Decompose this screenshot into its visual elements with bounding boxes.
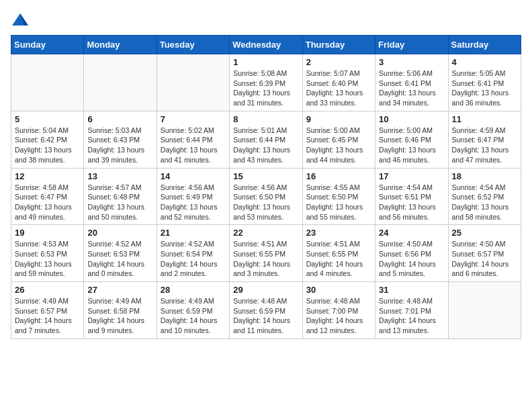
day-number: 15 [233,171,298,181]
day-info: Sunrise: 4:55 AM Sunset: 6:50 PM Dayligh… [306,183,371,222]
day-number: 2 [306,57,371,67]
day-info: Sunrise: 4:49 AM Sunset: 6:58 PM Dayligh… [87,296,152,336]
day-number: 8 [233,114,298,124]
day-info: Sunrise: 5:04 AM Sunset: 6:42 PM Dayligh… [15,126,80,165]
day-number: 28 [161,285,226,295]
calendar-week-row-3: 12Sunrise: 4:58 AM Sunset: 6:47 PM Dayli… [11,168,521,225]
day-number: 18 [452,171,517,181]
calendar-week-row-1: 1Sunrise: 5:08 AM Sunset: 6:39 PM Daylig… [11,54,521,111]
day-info: Sunrise: 4:49 AM Sunset: 6:57 PM Dayligh… [15,296,80,336]
calendar-cell [157,54,229,111]
calendar-cell: 13Sunrise: 4:57 AM Sunset: 6:48 PM Dayli… [84,168,157,225]
day-info: Sunrise: 4:54 AM Sunset: 6:51 PM Dayligh… [379,183,444,222]
day-info: Sunrise: 5:01 AM Sunset: 6:44 PM Dayligh… [233,126,298,165]
day-info: Sunrise: 5:05 AM Sunset: 6:41 PM Dayligh… [452,68,517,108]
weekday-header-monday: Monday [84,36,157,54]
day-info: Sunrise: 4:48 AM Sunset: 7:00 PM Dayligh… [306,296,371,336]
calendar-week-row-2: 5Sunrise: 5:04 AM Sunset: 6:42 PM Daylig… [11,111,521,168]
day-info: Sunrise: 4:51 AM Sunset: 6:55 PM Dayligh… [233,239,298,279]
calendar-cell: 22Sunrise: 4:51 AM Sunset: 6:55 PM Dayli… [230,225,302,282]
calendar-week-row-4: 19Sunrise: 4:53 AM Sunset: 6:53 PM Dayli… [11,225,521,282]
day-number: 25 [452,228,517,238]
calendar-cell: 4Sunrise: 5:05 AM Sunset: 6:41 PM Daylig… [448,54,521,111]
weekday-header-saturday: Saturday [448,36,521,54]
day-info: Sunrise: 4:56 AM Sunset: 6:49 PM Dayligh… [161,183,226,222]
calendar-cell: 18Sunrise: 4:54 AM Sunset: 6:52 PM Dayli… [448,168,521,225]
day-info: Sunrise: 4:56 AM Sunset: 6:50 PM Dayligh… [233,183,298,222]
day-number: 29 [233,285,298,295]
day-number: 21 [161,228,226,238]
day-info: Sunrise: 4:58 AM Sunset: 6:47 PM Dayligh… [15,183,80,222]
calendar-cell [84,54,157,111]
day-info: Sunrise: 4:54 AM Sunset: 6:52 PM Dayligh… [452,183,517,222]
logo [11,11,32,30]
day-info: Sunrise: 5:00 AM Sunset: 6:46 PM Dayligh… [379,126,444,165]
day-info: Sunrise: 4:50 AM Sunset: 6:57 PM Dayligh… [452,239,517,279]
day-info: Sunrise: 4:52 AM Sunset: 6:54 PM Dayligh… [161,239,226,279]
weekday-header-thursday: Thursday [302,36,375,54]
day-info: Sunrise: 5:08 AM Sunset: 6:39 PM Dayligh… [233,68,298,108]
calendar-cell: 27Sunrise: 4:49 AM Sunset: 6:58 PM Dayli… [84,282,157,339]
calendar-cell: 8Sunrise: 5:01 AM Sunset: 6:44 PM Daylig… [230,111,302,168]
day-info: Sunrise: 5:03 AM Sunset: 6:43 PM Dayligh… [87,126,152,165]
day-number: 27 [87,285,152,295]
day-info: Sunrise: 5:07 AM Sunset: 6:40 PM Dayligh… [306,68,371,108]
calendar-table: SundayMondayTuesdayWednesdayThursdayFrid… [11,35,521,339]
calendar-cell [448,282,521,339]
day-info: Sunrise: 4:57 AM Sunset: 6:48 PM Dayligh… [87,183,152,222]
day-number: 5 [15,114,80,124]
day-info: Sunrise: 4:59 AM Sunset: 6:47 PM Dayligh… [452,126,517,165]
day-number: 22 [233,228,298,238]
day-number: 24 [379,228,444,238]
calendar-cell: 16Sunrise: 4:55 AM Sunset: 6:50 PM Dayli… [302,168,375,225]
calendar-cell: 1Sunrise: 5:08 AM Sunset: 6:39 PM Daylig… [230,54,302,111]
day-info: Sunrise: 4:53 AM Sunset: 6:53 PM Dayligh… [15,239,80,279]
day-number: 12 [15,171,80,181]
weekday-header-wednesday: Wednesday [230,36,302,54]
calendar-cell: 3Sunrise: 5:06 AM Sunset: 6:41 PM Daylig… [375,54,448,111]
calendar-cell: 24Sunrise: 4:50 AM Sunset: 6:56 PM Dayli… [375,225,448,282]
calendar-cell: 11Sunrise: 4:59 AM Sunset: 6:47 PM Dayli… [448,111,521,168]
calendar-cell: 5Sunrise: 5:04 AM Sunset: 6:42 PM Daylig… [11,111,84,168]
day-info: Sunrise: 4:49 AM Sunset: 6:59 PM Dayligh… [161,296,226,336]
calendar-cell: 2Sunrise: 5:07 AM Sunset: 6:40 PM Daylig… [302,54,375,111]
day-number: 17 [379,171,444,181]
calendar-cell: 19Sunrise: 4:53 AM Sunset: 6:53 PM Dayli… [11,225,84,282]
day-info: Sunrise: 5:02 AM Sunset: 6:44 PM Dayligh… [161,126,226,165]
day-number: 20 [87,228,152,238]
day-info: Sunrise: 5:06 AM Sunset: 6:41 PM Dayligh… [379,68,444,108]
day-number: 19 [15,228,80,238]
weekday-header-row: SundayMondayTuesdayWednesdayThursdayFrid… [11,36,521,54]
calendar-cell: 20Sunrise: 4:52 AM Sunset: 6:53 PM Dayli… [84,225,157,282]
day-number: 23 [306,228,371,238]
day-info: Sunrise: 4:51 AM Sunset: 6:55 PM Dayligh… [306,239,371,279]
calendar-cell: 15Sunrise: 4:56 AM Sunset: 6:50 PM Dayli… [230,168,302,225]
calendar-cell: 9Sunrise: 5:00 AM Sunset: 6:45 PM Daylig… [302,111,375,168]
day-info: Sunrise: 4:48 AM Sunset: 7:01 PM Dayligh… [379,296,444,336]
calendar-cell: 10Sunrise: 5:00 AM Sunset: 6:46 PM Dayli… [375,111,448,168]
day-number: 1 [233,57,298,67]
calendar-cell: 28Sunrise: 4:49 AM Sunset: 6:59 PM Dayli… [157,282,229,339]
calendar-cell: 6Sunrise: 5:03 AM Sunset: 6:43 PM Daylig… [84,111,157,168]
calendar-cell: 17Sunrise: 4:54 AM Sunset: 6:51 PM Dayli… [375,168,448,225]
day-number: 10 [379,114,444,124]
day-info: Sunrise: 4:52 AM Sunset: 6:53 PM Dayligh… [87,239,152,279]
day-number: 31 [379,285,444,295]
day-number: 6 [87,114,152,124]
calendar-cell: 31Sunrise: 4:48 AM Sunset: 7:01 PM Dayli… [375,282,448,339]
calendar-cell: 25Sunrise: 4:50 AM Sunset: 6:57 PM Dayli… [448,225,521,282]
day-info: Sunrise: 4:48 AM Sunset: 6:59 PM Dayligh… [233,296,298,336]
day-number: 7 [161,114,226,124]
weekday-header-sunday: Sunday [11,36,84,54]
calendar-cell: 29Sunrise: 4:48 AM Sunset: 6:59 PM Dayli… [230,282,302,339]
calendar-cell: 26Sunrise: 4:49 AM Sunset: 6:57 PM Dayli… [11,282,84,339]
day-info: Sunrise: 4:50 AM Sunset: 6:56 PM Dayligh… [379,239,444,279]
calendar-cell [11,54,84,111]
calendar-cell: 14Sunrise: 4:56 AM Sunset: 6:49 PM Dayli… [157,168,229,225]
day-number: 11 [452,114,517,124]
page-header [11,11,521,30]
calendar-cell: 7Sunrise: 5:02 AM Sunset: 6:44 PM Daylig… [157,111,229,168]
day-number: 26 [15,285,80,295]
logo-icon [11,11,30,30]
day-number: 3 [379,57,444,67]
